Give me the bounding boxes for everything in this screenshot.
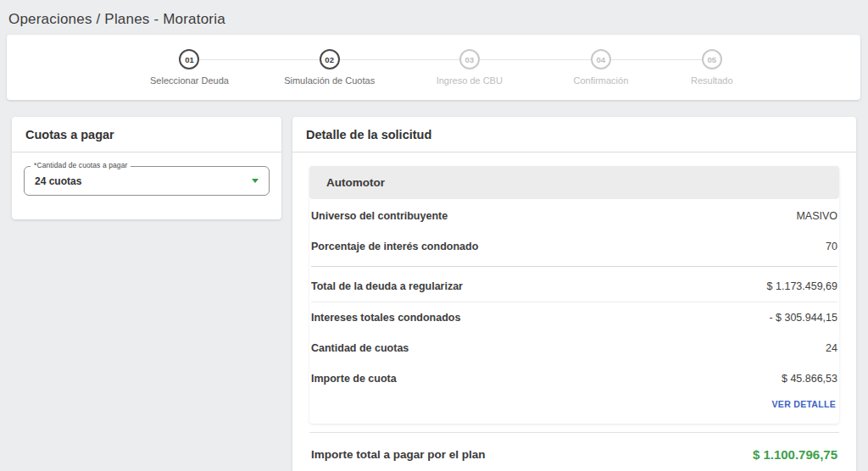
cantidad-cuotas-select-value: 24 cuotas xyxy=(35,175,81,187)
row-value-negative: - $ 305.944,15 xyxy=(769,312,837,324)
cuotas-panel-body: *Cantidad de cuotas a pagar 24 cuotas xyxy=(12,152,281,219)
detalle-subcard: Automotor Universo del contribuyente MAS… xyxy=(309,166,839,424)
table-row: Universo del contribuyente MASIVO xyxy=(311,201,837,231)
stepper-step-resultado[interactable]: 05 Resultado xyxy=(648,49,776,86)
step-label: Simulación de Cuotas xyxy=(284,75,375,86)
link-row: VER DETALLE xyxy=(311,394,837,420)
total-row: Importe total a pagar por el plan $ 1.10… xyxy=(309,432,839,471)
row-label: Total de la deuda a regularizar xyxy=(311,280,463,292)
row-value: MASIVO xyxy=(796,210,837,222)
detail-rows: Universo del contribuyente MASIVO Porcen… xyxy=(309,199,839,420)
detalle-panel-title: Detalle de la solicitud xyxy=(292,117,856,152)
row-label: Cantidad de cuotas xyxy=(311,342,409,354)
table-row: Cantidad de cuotas 24 xyxy=(311,333,837,363)
section-title-automotor: Automotor xyxy=(309,166,839,199)
ver-detalle-link[interactable]: VER DETALLE xyxy=(772,399,836,409)
cuotas-a-pagar-panel: Cuotas a pagar *Cantidad de cuotas a pag… xyxy=(12,117,281,219)
cuotas-panel-title: Cuotas a pagar xyxy=(12,117,281,152)
row-value: 24 xyxy=(826,342,837,354)
stepper-step-seleccionar-deuda[interactable]: 01 Seleccionar Deuda xyxy=(125,49,253,86)
step-number-badge: 03 xyxy=(459,49,480,69)
main-content: Cuotas a pagar *Cantidad de cuotas a pag… xyxy=(12,117,856,471)
detalle-panel-body: Automotor Universo del contribuyente MAS… xyxy=(292,152,856,471)
row-label: Importe de cuota xyxy=(311,373,397,385)
row-value: $ 45.866,53 xyxy=(782,373,837,385)
breadcrumb: Operaciones / Planes - Moratoria xyxy=(8,11,225,27)
row-label: Intereses totales condonados xyxy=(311,312,460,324)
total-label: Importe total a pagar por el plan xyxy=(311,448,486,461)
step-number-badge: 04 xyxy=(591,49,611,69)
table-row: Importe de cuota $ 45.866,53 xyxy=(311,363,837,394)
step-number-badge: 01 xyxy=(179,49,199,69)
step-label: Seleccionar Deuda xyxy=(150,75,229,86)
caret-down-icon xyxy=(252,179,259,183)
stepper-step-confirmacion[interactable]: 04 Confirmación xyxy=(537,49,665,86)
table-row: Intereses totales condonados - $ 305.944… xyxy=(311,302,837,333)
stepper: 01 Seleccionar Deuda 02 Simulación de Cu… xyxy=(7,35,860,100)
step-label: Ingreso de CBU xyxy=(437,75,503,86)
row-value: 70 xyxy=(826,241,837,252)
stepper-step-simulacion-de-cuotas[interactable]: 02 Simulación de Cuotas xyxy=(266,49,393,86)
detalle-solicitud-panel: Detalle de la solicitud Automotor Univer… xyxy=(292,117,856,471)
stepper-step-ingreso-de-cbu[interactable]: 03 Ingreso de CBU xyxy=(406,49,533,86)
cantidad-cuotas-select-label: *Cantidad de cuotas a pagar xyxy=(31,161,131,169)
step-number-badge: 05 xyxy=(702,49,722,69)
breadcrumb-bar: Operaciones / Planes - Moratoria xyxy=(0,0,868,33)
row-label: Universo del contribuyente xyxy=(311,210,448,222)
table-row: Porcentaje de interés condonado 70 xyxy=(311,231,837,262)
step-label: Resultado xyxy=(691,75,733,86)
step-number-badge: 02 xyxy=(320,49,340,69)
table-row: Total de la deuda a regularizar $ 1.173.… xyxy=(311,271,837,302)
row-label: Porcentaje de interés condonado xyxy=(311,241,478,252)
divider xyxy=(311,266,837,267)
total-value: $ 1.100.796,75 xyxy=(753,447,837,462)
cantidad-cuotas-select[interactable]: *Cantidad de cuotas a pagar 24 cuotas xyxy=(24,166,270,196)
row-value: $ 1.173.459,69 xyxy=(767,280,837,292)
step-label: Confirmación xyxy=(573,75,628,86)
